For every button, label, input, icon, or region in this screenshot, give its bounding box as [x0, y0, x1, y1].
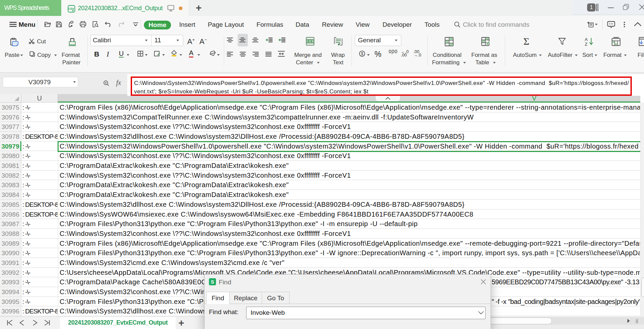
- svg-text:A: A: [585, 37, 588, 42]
- svg-text:Z: Z: [585, 42, 587, 46]
- svg-text:$: $: [361, 51, 363, 56]
